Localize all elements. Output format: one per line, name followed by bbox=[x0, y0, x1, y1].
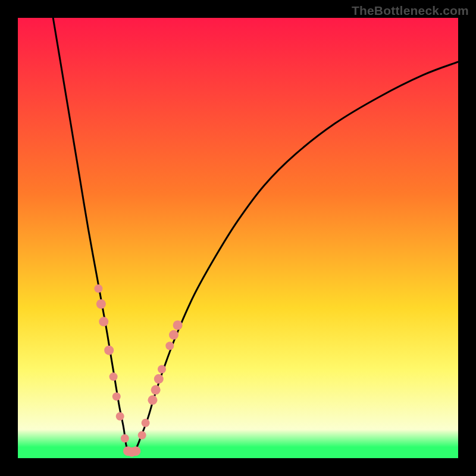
curve-marker bbox=[148, 395, 157, 405]
curve-marker bbox=[173, 321, 183, 330]
chart-frame: TheBottleneck.com bbox=[0, 0, 476, 476]
curve-marker bbox=[165, 342, 174, 350]
curve-marker bbox=[158, 365, 166, 374]
curve-marker bbox=[121, 434, 129, 443]
curve-marker bbox=[169, 330, 178, 340]
curve-marker bbox=[94, 284, 102, 293]
curve-marker bbox=[112, 392, 121, 400]
curve-marker bbox=[99, 317, 108, 327]
bottleneck-curve bbox=[53, 18, 458, 454]
curve-marker bbox=[151, 385, 161, 394]
curve-marker bbox=[96, 299, 106, 309]
curve-marker bbox=[138, 431, 146, 440]
curve-marker bbox=[154, 374, 164, 384]
curve-marker bbox=[131, 446, 140, 456]
curve-marker bbox=[116, 412, 124, 421]
curve-marker bbox=[104, 346, 114, 355]
plot-area bbox=[18, 18, 458, 458]
curve-marker bbox=[109, 372, 118, 381]
curve-layer bbox=[18, 18, 458, 458]
watermark-text: TheBottleneck.com bbox=[352, 4, 469, 18]
curve-markers bbox=[94, 284, 182, 457]
curve-marker bbox=[142, 419, 150, 427]
